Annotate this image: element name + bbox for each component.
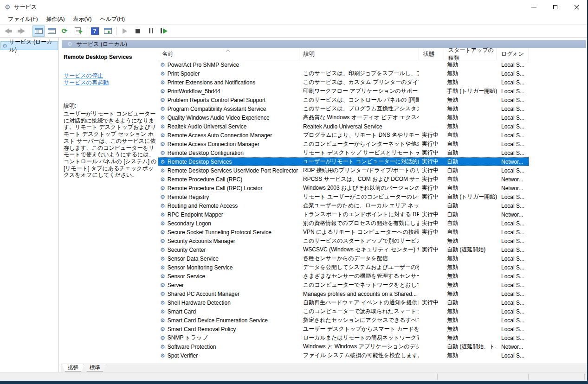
table-row[interactable]: ⚙Sensor Data Service各種センサーからのデータを配信無効Loc… bbox=[158, 254, 529, 263]
table-row[interactable]: ⚙SNMP トラップローカルまたはリモートの簡易ネットワーク管理プロト...無効… bbox=[158, 333, 529, 342]
table-row[interactable]: ⚙Realtek Audio Universal ServiceRealtek … bbox=[158, 122, 529, 131]
forward-button[interactable] bbox=[15, 26, 27, 37]
service-startup: 自動 bbox=[444, 219, 497, 227]
service-desc: 自動再生ハードウェア イベントの通知を提供します。 bbox=[299, 299, 419, 307]
table-row[interactable]: ⚙Printer Extensions and Notificationsこのサ… bbox=[158, 78, 529, 87]
maximize-button[interactable] bbox=[544, 0, 566, 14]
back-button[interactable] bbox=[2, 26, 14, 37]
service-startup: 無効 bbox=[444, 316, 497, 324]
restart-service-icon bbox=[161, 28, 168, 34]
table-row[interactable]: ⚙Secondary Logon別の資格情報でのプロセスの開始を有効にします..… bbox=[158, 219, 529, 228]
table-row[interactable]: ⚙Smart Cardこのコンピューターで読み取られたスマート カードへの...… bbox=[158, 307, 529, 316]
service-desc: 指定されたセッションにアクセスできるすべてのスマー... bbox=[299, 316, 419, 324]
table-row[interactable]: ⚙RPC Endpoint Mapperトランスポートのエンドポイントに対する … bbox=[158, 210, 529, 219]
minimize-icon bbox=[531, 7, 536, 7]
tab-standard[interactable]: 標準 bbox=[84, 364, 106, 371]
table-row[interactable]: ⚙Secure Socket Tunneling Protocol Servic… bbox=[158, 228, 529, 237]
service-name: ⚙Shared PC Account Manager bbox=[158, 291, 299, 297]
table-row[interactable]: ⚙Remote Access Connection Managerこのコンピュー… bbox=[158, 140, 529, 148]
help-button[interactable]: ? bbox=[89, 26, 101, 37]
restart-service-button[interactable] bbox=[158, 26, 170, 37]
service-gear-icon: ⚙ bbox=[160, 221, 165, 226]
table-row[interactable]: ⚙Remote Procedure Call (RPC) LocatorWind… bbox=[158, 184, 529, 192]
sort-ascending-icon bbox=[226, 49, 229, 52]
service-name-label: PrintWorkflow_5bd44 bbox=[168, 88, 220, 95]
table-row[interactable]: ⚙Remote Desktop Servicesユーザーがリモート コンピュータ… bbox=[158, 157, 529, 166]
table-row[interactable]: ⚙Security CenterWSCSVC (Windows セキュリティ セ… bbox=[158, 245, 529, 254]
column-header-name[interactable]: 名前 bbox=[158, 48, 299, 60]
column-header-status[interactable]: 状態 bbox=[419, 48, 444, 60]
table-row[interactable]: ⚙PrintWorkflow_5bd44印刷ワークフロー アプリケーションのサポ… bbox=[158, 87, 529, 96]
table-row[interactable]: ⚙Print Spoolerこのサービスは、印刷ジョブをスプールし、プリンターと… bbox=[158, 69, 529, 78]
console-tree-pane: ⚙ サービス (ローカル) bbox=[0, 38, 59, 372]
service-startup: 自動 bbox=[444, 131, 497, 139]
table-row[interactable]: ⚙Remote Access Auto Connection Managerプロ… bbox=[158, 131, 529, 140]
table-row[interactable]: ⚙Quality Windows Audio Video Experience高… bbox=[158, 113, 529, 122]
show-action-pane-button[interactable] bbox=[102, 26, 114, 37]
column-header-logon[interactable]: ログオン bbox=[497, 48, 529, 60]
service-startup: 自動 bbox=[444, 140, 497, 148]
table-row[interactable]: ⚙Spot Verifierファイル システム破損の可能性を検査します。無効Lo… bbox=[158, 351, 529, 360]
service-description: ユーザーがリモート コンピューターに対話的に接続できるようになります。リモート … bbox=[64, 110, 157, 179]
table-row[interactable]: ⚙Sensor Monitoring Serviceデータを公開してシステムおよ… bbox=[158, 263, 529, 272]
table-row[interactable]: ⚙Serverこのコンピューターでネットワークをとおしてのファイル...無効Lo… bbox=[158, 281, 529, 289]
service-logon: Local S... bbox=[497, 335, 529, 341]
service-status: 実行中 bbox=[419, 246, 444, 254]
export-list-button[interactable] bbox=[71, 26, 84, 37]
stop-service-link[interactable]: サービスの停止 bbox=[64, 72, 157, 79]
table-row[interactable]: ⚙Program Compatibility Assistant Service… bbox=[158, 104, 529, 113]
title-bar: ⚙ サービス bbox=[0, 0, 587, 14]
pause-service-button[interactable] bbox=[145, 26, 157, 37]
show-console-tree-button[interactable] bbox=[32, 26, 45, 37]
service-startup: 無効 bbox=[444, 281, 497, 289]
restart-service-link[interactable]: サービスの再起動 bbox=[64, 79, 157, 86]
service-logon: Local S... bbox=[497, 132, 529, 139]
table-row[interactable]: ⚙Remote Desktop Configurationリモート デスクトップ… bbox=[158, 148, 529, 157]
table-row[interactable]: ⚙Smart Card Removal Policyユーザー デスクトップからス… bbox=[158, 325, 529, 333]
service-name-label: Security Accounts Manager bbox=[168, 238, 235, 244]
table-row[interactable]: ⚙Remote Procedure Call (RPC)RPCSS サービスは、… bbox=[158, 175, 529, 184]
service-gear-icon: ⚙ bbox=[160, 186, 165, 191]
start-service-button[interactable] bbox=[119, 26, 131, 37]
table-row[interactable]: ⚙Routing and Remote Access企業ユーザーのために、ローカ… bbox=[158, 201, 529, 210]
table-row[interactable]: ⚙Software ProtectionWindows と Windows アプ… bbox=[158, 342, 529, 351]
service-name-label: Sensor Service bbox=[168, 273, 205, 280]
tree-node-services-local[interactable]: ⚙ サービス (ローカル) bbox=[0, 41, 58, 50]
refresh-button[interactable]: ⟳ bbox=[58, 26, 71, 37]
table-row[interactable]: ⚙Shell Hardware Detection自動再生ハードウェア イベント… bbox=[158, 298, 529, 307]
close-button[interactable] bbox=[566, 0, 587, 14]
service-name: ⚙Remote Desktop Services bbox=[158, 159, 299, 165]
services-pane: ⚙ サービス (ローカル) Remote Desktop Services サー… bbox=[61, 38, 587, 372]
table-row[interactable]: ⚙Sensor Serviceさまざまなセンサーの機能を管理するセンサー用サー.… bbox=[158, 272, 529, 281]
service-name: ⚙Quality Windows Audio Video Experience bbox=[158, 115, 299, 121]
table-row[interactable]: ⚙PowerAct Pro SNMP Service無効Local S... bbox=[158, 60, 529, 69]
menu-item-action[interactable]: 操作(A) bbox=[42, 14, 69, 24]
table-row[interactable]: ⚙Shared PC Account ManagerManages profil… bbox=[158, 289, 529, 298]
tab-extended[interactable]: 拡張 bbox=[62, 364, 84, 371]
menu-item-view[interactable]: 表示(V) bbox=[69, 14, 96, 24]
service-name-label: Smart Card Removal Policy bbox=[168, 326, 236, 333]
pause-service-icon bbox=[149, 28, 153, 33]
properties-button[interactable] bbox=[45, 26, 58, 37]
table-row[interactable]: ⚙Smart Card Device Enumeration Service指定… bbox=[158, 316, 529, 325]
column-header-description[interactable]: 説明 bbox=[299, 48, 419, 60]
table-row[interactable]: ⚙Remote Registryリモート ユーザーがこのコンピューターのレジスト… bbox=[158, 192, 529, 201]
service-name-label: Smart Card Device Enumeration Service bbox=[168, 317, 268, 324]
table-row[interactable]: ⚙Problem Reports Control Panel Supportこの… bbox=[158, 96, 529, 104]
service-name-label: Secure Socket Tunneling Protocol Service bbox=[168, 229, 271, 236]
table-row[interactable]: ⚙Remote Desktop Services UserMode Port R… bbox=[158, 166, 529, 175]
service-name-label: PowerAct Pro SNMP Service bbox=[168, 62, 239, 68]
service-desc: このコンピューターで読み取られたスマート カードへの... bbox=[299, 307, 419, 315]
stop-service-button[interactable] bbox=[132, 26, 144, 37]
table-row[interactable]: ⚙Security Accounts Managerこのサービスのスタートアップ… bbox=[158, 237, 529, 245]
menu-item-help[interactable]: ヘルプ(H) bbox=[96, 14, 129, 24]
menu-item-file[interactable]: ファイル(F) bbox=[4, 14, 42, 24]
service-desc: プログラムにより、リモート DNS 名やリモート NetBI... bbox=[299, 131, 419, 139]
service-desc: ファイル システム破損の可能性を検査します。 bbox=[299, 352, 419, 359]
column-header-startup-type[interactable]: スタートアップの種類 bbox=[444, 48, 497, 60]
service-startup: 無効 bbox=[444, 263, 497, 271]
minimize-button[interactable] bbox=[523, 0, 544, 14]
service-logon: Local S... bbox=[497, 300, 529, 306]
service-logon: Local S... bbox=[497, 326, 529, 333]
banner-title: サービス (ローカル) bbox=[77, 40, 127, 48]
